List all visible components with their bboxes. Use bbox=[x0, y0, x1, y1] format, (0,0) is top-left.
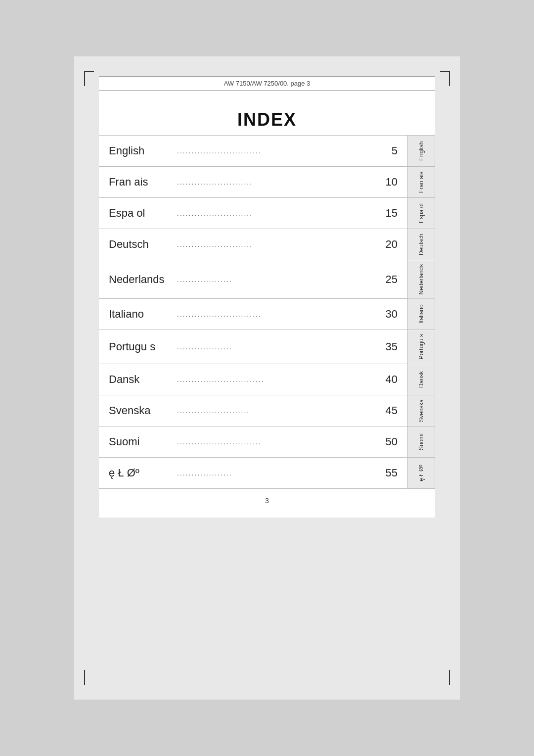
corner-tl bbox=[84, 71, 94, 86]
index-tab[interactable]: Italiano bbox=[408, 299, 435, 330]
index-tab[interactable]: Espa ol bbox=[408, 198, 435, 229]
index-row[interactable]: Italiano.............................30I… bbox=[99, 298, 435, 330]
index-tab[interactable]: Fran ais bbox=[408, 167, 435, 197]
index-page-number: 30 bbox=[383, 308, 398, 321]
index-main-cell: Espa ol..........................15 bbox=[99, 198, 408, 229]
index-page-number: 10 bbox=[383, 176, 398, 189]
index-main-cell: Deutsch..........................20 bbox=[99, 229, 408, 260]
page-number: 3 bbox=[265, 497, 269, 505]
index-row[interactable]: Nederlands...................25Nederland… bbox=[99, 260, 435, 298]
index-dots: ............................. bbox=[173, 147, 383, 155]
index-label: Espa ol bbox=[109, 207, 173, 220]
index-main-cell: Italiano.............................30 bbox=[99, 299, 408, 330]
index-row[interactable]: Suomi.............................50Suom… bbox=[99, 426, 435, 457]
index-dots: ............................. bbox=[173, 310, 383, 318]
index-row[interactable]: Espa ol..........................15Espa … bbox=[99, 197, 435, 229]
index-page-number: 5 bbox=[383, 144, 398, 157]
index-label: Portugu s bbox=[109, 340, 173, 353]
content-area: AW 7150/AW 7250/00. page 3 INDEX English… bbox=[99, 76, 435, 518]
corner-br bbox=[449, 670, 450, 685]
index-main-cell: Fran ais..........................10 bbox=[99, 167, 408, 197]
index-main-cell: Svenska.........................45 bbox=[99, 395, 408, 426]
index-tab[interactable]: ę Ł Øº bbox=[408, 458, 435, 488]
index-dots: ............................. bbox=[173, 438, 383, 446]
index-label: Nederlands bbox=[109, 273, 173, 286]
index-tab[interactable]: Dansk bbox=[408, 364, 435, 395]
index-row[interactable]: Dansk..............................40Dan… bbox=[99, 364, 435, 395]
index-tab[interactable]: Portugu s bbox=[408, 330, 435, 363]
index-label: Fran ais bbox=[109, 176, 173, 189]
index-page-number: 35 bbox=[383, 340, 398, 353]
index-row[interactable]: Svenska.........................45Svensk… bbox=[99, 395, 435, 426]
index-dots: ................... bbox=[173, 469, 383, 477]
index-dots: ......................... bbox=[173, 407, 383, 415]
index-page-number: 25 bbox=[383, 273, 398, 286]
index-page-number: 15 bbox=[383, 207, 398, 220]
index-label: Italiano bbox=[109, 308, 173, 321]
index-main-cell: Portugu s...................35 bbox=[99, 330, 408, 363]
index-dots: ................... bbox=[173, 276, 383, 284]
index-row[interactable]: Deutsch..........................20Deuts… bbox=[99, 229, 435, 260]
index-page-number: 20 bbox=[383, 238, 398, 251]
index-tab[interactable]: English bbox=[408, 136, 435, 166]
index-page-number: 45 bbox=[383, 404, 398, 417]
index-label: ę Ł Øº bbox=[109, 467, 173, 479]
index-row[interactable]: ę Ł Øº...................55ę Ł Øº bbox=[99, 457, 435, 489]
page: AW 7150/AW 7250/00. page 3 INDEX English… bbox=[74, 56, 460, 700]
index-main-cell: Nederlands...................25 bbox=[99, 260, 408, 298]
index-page-number: 40 bbox=[383, 373, 398, 386]
index-label: Suomi bbox=[109, 435, 173, 448]
index-dots: ................... bbox=[173, 343, 383, 351]
index-row[interactable]: English.............................5Eng… bbox=[99, 135, 435, 166]
index-main-cell: Dansk..............................40 bbox=[99, 364, 408, 395]
header-text: AW 7150/AW 7250/00. page 3 bbox=[224, 80, 311, 87]
page-footer: 3 bbox=[99, 494, 435, 508]
corner-tr bbox=[440, 71, 450, 86]
index-main-cell: English.............................5 bbox=[99, 136, 408, 166]
index-dots: .......................... bbox=[173, 240, 383, 248]
index-row[interactable]: Portugu s...................35Portugu s bbox=[99, 330, 435, 363]
index-tab[interactable]: Nederlands bbox=[408, 260, 435, 298]
index-label: Dansk bbox=[109, 373, 173, 386]
index-dots: .......................... bbox=[173, 178, 383, 186]
index-label: English bbox=[109, 144, 173, 157]
index-title: INDEX bbox=[99, 99, 435, 135]
index-dots: .......................... bbox=[173, 209, 383, 217]
index-row[interactable]: Fran ais..........................10Fran… bbox=[99, 166, 435, 197]
index-tab[interactable]: Svenska bbox=[408, 395, 435, 426]
index-label: Svenska bbox=[109, 404, 173, 417]
index-main-cell: Suomi.............................50 bbox=[99, 426, 408, 457]
index-dots: .............................. bbox=[173, 376, 383, 383]
index-page-number: 55 bbox=[383, 467, 398, 479]
index-main-cell: ę Ł Øº...................55 bbox=[99, 458, 408, 488]
corner-bl bbox=[84, 670, 85, 685]
index-label: Deutsch bbox=[109, 238, 173, 251]
index-tab[interactable]: Suomi bbox=[408, 426, 435, 457]
index-page-number: 50 bbox=[383, 435, 398, 448]
index-table: English.............................5Eng… bbox=[99, 135, 435, 489]
index-tab[interactable]: Deutsch bbox=[408, 229, 435, 260]
page-header: AW 7150/AW 7250/00. page 3 bbox=[99, 76, 435, 91]
